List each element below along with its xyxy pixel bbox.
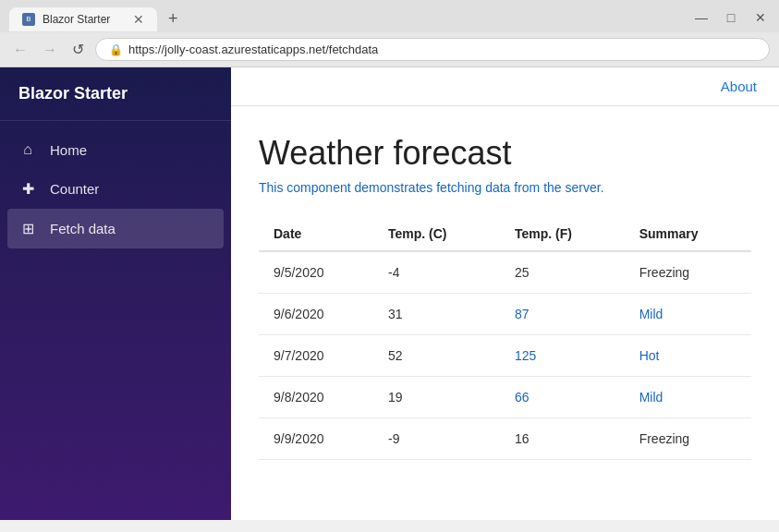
cell-date: 9/5/2020 xyxy=(259,251,373,294)
table-row: 9/9/2020-916Freezing xyxy=(259,418,751,460)
cell-temp-c: -9 xyxy=(373,418,500,460)
sidebar-item-home[interactable]: ⌂ Home xyxy=(0,130,231,169)
browser-chrome: B Blazor Starter ✕ + — □ ✕ ← → ↺ 🔒 https… xyxy=(0,0,779,67)
tab-close-button[interactable]: ✕ xyxy=(133,13,144,26)
app-container: Blazor Starter ⌂ Home ✚ Counter ⊞ Fetch … xyxy=(0,67,779,520)
cell-temp-f: 87 xyxy=(500,294,625,335)
address-bar[interactable]: 🔒 https://jolly-coast.azurestaticapps.ne… xyxy=(95,38,770,61)
table-row: 9/7/202052125Hot xyxy=(259,335,751,377)
home-label: Home xyxy=(50,142,87,158)
window-controls: — □ ✕ xyxy=(692,10,770,29)
table-row: 9/6/20203187Mild xyxy=(259,294,751,335)
table-header-row: Date Temp. (C) Temp. (F) Summary xyxy=(259,217,751,251)
weather-table: Date Temp. (C) Temp. (F) Summary 9/5/202… xyxy=(259,217,751,460)
new-tab-button[interactable]: + xyxy=(161,6,186,32)
table-row: 9/5/2020-425Freezing xyxy=(259,251,751,294)
lock-icon: 🔒 xyxy=(109,43,123,56)
cell-summary: Hot xyxy=(625,335,751,377)
sidebar-item-counter[interactable]: ✚ Counter xyxy=(0,169,231,209)
sidebar-item-fetchdata[interactable]: ⊞ Fetch data xyxy=(7,209,224,248)
tab-favicon: B xyxy=(22,13,35,26)
cell-temp-f: 25 xyxy=(500,251,625,294)
cell-summary: Mild xyxy=(625,294,751,335)
about-link[interactable]: About xyxy=(721,79,757,94)
tab-title: Blazor Starter xyxy=(43,13,110,26)
cell-summary: Freezing xyxy=(625,251,751,294)
sidebar-brand: Blazor Starter xyxy=(0,67,231,121)
col-temp-c: Temp. (C) xyxy=(373,217,500,251)
counter-label: Counter xyxy=(50,181,99,197)
url-text: https://jolly-coast.azurestaticapps.net/… xyxy=(128,42,378,56)
address-bar-row: ← → ↺ 🔒 https://jolly-coast.azurestatica… xyxy=(0,32,779,66)
sidebar-nav: ⌂ Home ✚ Counter ⊞ Fetch data xyxy=(0,121,231,258)
table-row: 9/8/20201966Mild xyxy=(259,377,751,418)
main-content: About Weather forecast This component de… xyxy=(231,67,779,520)
top-bar: About xyxy=(231,67,779,106)
minimize-button[interactable]: — xyxy=(692,10,711,25)
cell-temp-f: 66 xyxy=(500,377,625,418)
cell-date: 9/8/2020 xyxy=(259,377,373,418)
cell-summary: Freezing xyxy=(625,418,751,460)
table-body: 9/5/2020-425Freezing9/6/20203187Mild9/7/… xyxy=(259,251,751,460)
table-head: Date Temp. (C) Temp. (F) Summary xyxy=(259,217,751,251)
page-subtitle: This component demonstrates fetching dat… xyxy=(259,180,751,195)
fetchdata-label: Fetch data xyxy=(50,221,116,236)
col-date: Date xyxy=(259,217,373,251)
refresh-button[interactable]: ↺ xyxy=(68,39,88,60)
table-icon: ⊞ xyxy=(18,220,37,237)
cell-temp-f: 16 xyxy=(500,418,625,460)
browser-tab[interactable]: B Blazor Starter ✕ xyxy=(9,7,157,31)
home-icon: ⌂ xyxy=(18,141,37,158)
maximize-button[interactable]: □ xyxy=(722,10,740,25)
cell-temp-c: 52 xyxy=(373,335,500,377)
cell-temp-c: 19 xyxy=(373,377,500,418)
plus-icon: ✚ xyxy=(18,180,37,198)
cell-temp-c: 31 xyxy=(373,294,500,335)
back-button[interactable]: ← xyxy=(9,40,31,60)
cell-date: 9/6/2020 xyxy=(259,294,373,335)
page-title: Weather forecast xyxy=(259,134,751,173)
col-temp-f: Temp. (F) xyxy=(500,217,625,251)
cell-date: 9/7/2020 xyxy=(259,335,373,377)
cell-temp-f: 125 xyxy=(500,335,625,377)
col-summary: Summary xyxy=(625,217,751,251)
cell-temp-c: -4 xyxy=(373,251,500,294)
sidebar: Blazor Starter ⌂ Home ✚ Counter ⊞ Fetch … xyxy=(0,67,231,520)
content-area: Weather forecast This component demonstr… xyxy=(231,106,779,488)
forward-button[interactable]: → xyxy=(39,40,61,60)
window-close-button[interactable]: ✕ xyxy=(751,10,770,25)
cell-date: 9/9/2020 xyxy=(259,418,373,460)
cell-summary: Mild xyxy=(625,377,751,418)
title-bar: B Blazor Starter ✕ + — □ ✕ xyxy=(0,0,779,32)
